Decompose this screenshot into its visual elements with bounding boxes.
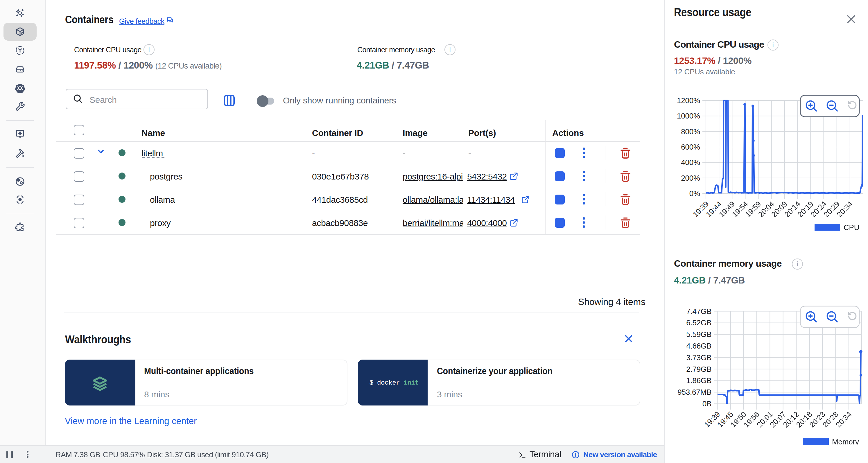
svg-text:1200%: 1200% — [677, 96, 700, 105]
svg-text:6.52GB: 6.52GB — [686, 318, 711, 327]
svg-text:1000%: 1000% — [677, 112, 700, 120]
svg-text:4.66GB: 4.66GB — [686, 342, 711, 350]
svg-text:400%: 400% — [681, 158, 700, 167]
svg-text:3.73GB: 3.73GB — [686, 353, 711, 362]
svg-text:1.86GB: 1.86GB — [686, 376, 711, 385]
svg-text:0B: 0B — [703, 399, 711, 408]
svg-text:7.47GB: 7.47GB — [686, 307, 711, 316]
svg-text:5.59GB: 5.59GB — [686, 330, 711, 339]
svg-text:0%: 0% — [689, 189, 700, 198]
svg-text:2.79GB: 2.79GB — [686, 365, 711, 374]
svg-text:800%: 800% — [681, 127, 700, 136]
svg-text:200%: 200% — [681, 174, 700, 182]
svg-text:953.67MB: 953.67MB — [677, 388, 711, 397]
svg-text:Memory: Memory — [832, 437, 859, 445]
svg-text:CPU: CPU — [844, 223, 859, 232]
svg-text:600%: 600% — [681, 143, 700, 151]
